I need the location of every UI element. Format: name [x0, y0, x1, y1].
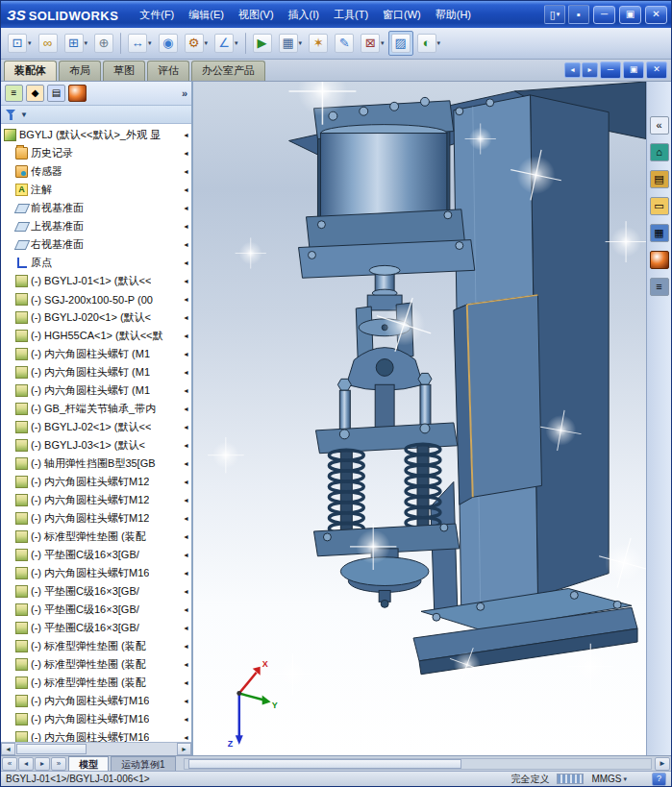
tree-item[interactable]: (-) 内六角圆柱头螺钉 (M1 ◄ — [1, 381, 191, 400]
smart-fasteners[interactable]: ⊕ — [91, 31, 116, 56]
tree-item[interactable]: BGYLJ (默认<<默认>_外观 显 ◄ — [1, 126, 191, 144]
commandmanager-tab[interactable]: 评估 — [147, 61, 189, 81]
filter-dropdown-icon[interactable]: ▼ — [20, 111, 28, 119]
commandmanager-tab[interactable]: 办公室产品 — [191, 61, 265, 81]
scroll-left-icon[interactable]: ◄ — [1, 743, 15, 755]
scrollbar-thumb[interactable] — [188, 759, 461, 769]
menu-item[interactable]: 插入(I) — [282, 4, 326, 26]
assembly-features[interactable]: ⚙ ▾ — [182, 31, 212, 56]
tree-item[interactable]: (-) 内六角圆柱头螺钉M16 ◄ — [1, 692, 191, 710]
configurationmanager-tab-icon[interactable]: ▤ — [47, 85, 65, 102]
linear-component-pattern[interactable]: ⊞ ▾ — [62, 31, 91, 56]
tree-item[interactable]: (-) 轴用弹性挡圈B型35[GB ◄ — [1, 455, 191, 473]
scroll-right-icon[interactable]: ► — [177, 743, 191, 755]
window-restore-button[interactable]: ▣ — [623, 61, 644, 79]
tree-item[interactable]: (-) 平垫圈C级16×3[GB/ ◄ — [1, 546, 191, 564]
show-hidden-components[interactable]: ◉ — [156, 31, 181, 56]
maximize-button[interactable]: ▣ — [619, 6, 641, 24]
tree-item[interactable]: (-) HGH55CA<1> (默认<<默 ◄ — [1, 327, 191, 345]
design-library-icon[interactable]: ▤ — [650, 170, 669, 188]
previous-tab-button[interactable]: ◂ — [18, 757, 34, 771]
menu-item[interactable]: 工具(T) — [327, 4, 375, 26]
mate[interactable]: ∞ — [36, 31, 61, 56]
tree-item[interactable]: (-) BGYLJ-020<1> (默认< ◄ — [1, 308, 191, 327]
tree-item[interactable]: (-) GB_杆端关节轴承_带内 ◄ — [1, 400, 191, 418]
insert-components[interactable]: ⊡ ▾ — [5, 31, 35, 56]
quick-tips-icon[interactable]: ? — [652, 773, 666, 786]
first-tab-button[interactable]: « — [2, 757, 17, 771]
tree-item[interactable]: (-) 标准型弹性垫圈 (装配 ◄ — [1, 674, 191, 692]
tree-item[interactable]: 传感器 ◄ — [1, 162, 191, 181]
commandmanager-tab[interactable]: 装配体 — [4, 61, 57, 81]
tree-item[interactable]: (-) 标准型弹性垫圈 (装配 ◄ — [1, 655, 191, 674]
tree-item[interactable]: 原点 ◄ — [1, 254, 191, 272]
tree-item[interactable]: (-) 内六角圆柱头螺钉M12 ◄ — [1, 491, 191, 509]
bill-of-materials[interactable]: ▦ ▾ — [276, 31, 306, 56]
menu-item[interactable]: 窗口(W) — [376, 4, 428, 26]
tree-item[interactable]: 注解 ◄ — [1, 181, 191, 199]
tree-item[interactable]: (-) SGJ-200x100-50-P (00 ◄ — [1, 290, 191, 308]
panel-overflow-button[interactable]: » — [182, 87, 187, 99]
view-palette-icon[interactable]: ▦ — [650, 224, 669, 242]
close-button[interactable]: ✕ — [645, 6, 667, 24]
viewport-horizontal-scrollbar[interactable] — [184, 758, 652, 770]
model-tab[interactable]: 模型 — [68, 756, 109, 771]
next-view-button[interactable]: ▸ — [582, 62, 598, 78]
window-close-button[interactable]: ✕ — [646, 61, 667, 79]
interference-detection[interactable]: ⊠ ▾ — [358, 31, 387, 56]
tree-item[interactable]: (-) 平垫圈C级16×3[GB/ ◄ — [1, 619, 191, 637]
tree-item[interactable]: 历史记录 ◄ — [1, 144, 191, 162]
new-motion-study[interactable]: ▶ — [250, 31, 275, 56]
menu-item[interactable]: 文件(F) — [133, 4, 181, 26]
unit-system-selector[interactable]: MMGS ▾ — [591, 774, 627, 784]
tree-item[interactable]: (-) 内六角圆柱头螺钉M16 ◄ — [1, 728, 191, 742]
tree-item[interactable]: (-) 内六角圆柱头螺钉M16 ◄ — [1, 710, 191, 728]
custom-properties-icon[interactable]: ≡ — [650, 278, 669, 296]
menu-item[interactable]: 编辑(E) — [182, 4, 231, 26]
section-view[interactable]: ▨ — [388, 31, 413, 56]
tree-item[interactable]: (-) BGYLJ-02<1> (默认<< ◄ — [1, 418, 191, 436]
scrollbar-thumb[interactable] — [16, 744, 87, 754]
next-tab-button[interactable]: ▸ — [35, 757, 50, 771]
commandmanager-tab[interactable]: 草图 — [103, 61, 145, 81]
tree-item[interactable]: 前视基准面 ◄ — [1, 199, 191, 217]
scrollbar-track[interactable] — [15, 743, 177, 755]
move-component[interactable]: ↔ ▾ — [125, 31, 155, 56]
propertymanager-tab-icon[interactable]: ◆ — [26, 85, 44, 102]
tree-item[interactable]: (-) 平垫圈C级16×3[GB/ ◄ — [1, 582, 191, 601]
appearances-icon[interactable] — [650, 251, 669, 269]
tree-filter-bar[interactable]: ▼ — [1, 106, 191, 124]
graphics-area[interactable]: X Y Z — [193, 82, 646, 755]
display-settings[interactable]: ◐ ▾ — [414, 31, 444, 56]
tree-item[interactable]: 右视基准面 ◄ — [1, 235, 191, 254]
collapse-task-pane-icon[interactable]: « — [650, 116, 669, 135]
tree-item[interactable]: (-) 内六角圆柱头螺钉M12 ◄ — [1, 509, 191, 528]
tree-item[interactable]: (-) BGYLJ-03<1> (默认< ◄ — [1, 436, 191, 455]
tree-item[interactable]: (-) 内六角圆柱头螺钉 (M1 ◄ — [1, 363, 191, 381]
featuremanager-tab-icon[interactable]: ≡ — [5, 85, 23, 102]
model-tab[interactable]: 运动算例1 — [111, 756, 176, 771]
tree-item[interactable]: 上视基准面 ◄ — [1, 217, 191, 235]
solidworks-resources-icon[interactable]: ⌂ — [650, 143, 669, 161]
last-tab-button[interactable]: » — [51, 757, 66, 771]
scroll-right-icon[interactable]: ► — [655, 757, 670, 771]
tree-item[interactable]: (-) 内六角圆柱头螺钉M16 ◄ — [1, 564, 191, 582]
new-document-icon[interactable]: ▯▾ — [544, 5, 565, 24]
displaymanager-tab-icon[interactable] — [68, 85, 87, 102]
commandmanager-tab[interactable]: 布局 — [59, 61, 101, 81]
tree-item[interactable]: (-) 内六角圆柱头螺钉M12 ◄ — [1, 473, 191, 491]
tree-item[interactable]: (-) 标准型弹性垫圈 (装配 ◄ — [1, 637, 191, 655]
window-minimize-button[interactable]: ─ — [600, 61, 621, 79]
menu-item[interactable]: 帮助(H) — [429, 4, 478, 26]
previous-view-button[interactable]: ◂ — [564, 62, 581, 78]
minimize-button[interactable]: ─ — [593, 6, 615, 24]
fullscreen-icon[interactable]: ▪ — [568, 5, 589, 24]
tree-item[interactable]: (-) 标准型弹性垫圈 (装配 ◄ — [1, 528, 191, 546]
reference-geometry[interactable]: ∠ ▾ — [212, 31, 241, 56]
explode-line-sketch[interactable]: ✎ — [332, 31, 357, 56]
tree-item[interactable]: (-) BGYLJ-01<1> (默认<< ◄ — [1, 272, 191, 290]
menu-item[interactable]: 视图(V) — [232, 4, 281, 26]
file-explorer-icon[interactable]: ▭ — [650, 197, 669, 215]
tree-item[interactable]: (-) 内六角圆柱头螺钉 (M1 ◄ — [1, 345, 191, 363]
tree-item[interactable]: (-) 平垫圈C级16×3[GB/ ◄ — [1, 601, 191, 619]
